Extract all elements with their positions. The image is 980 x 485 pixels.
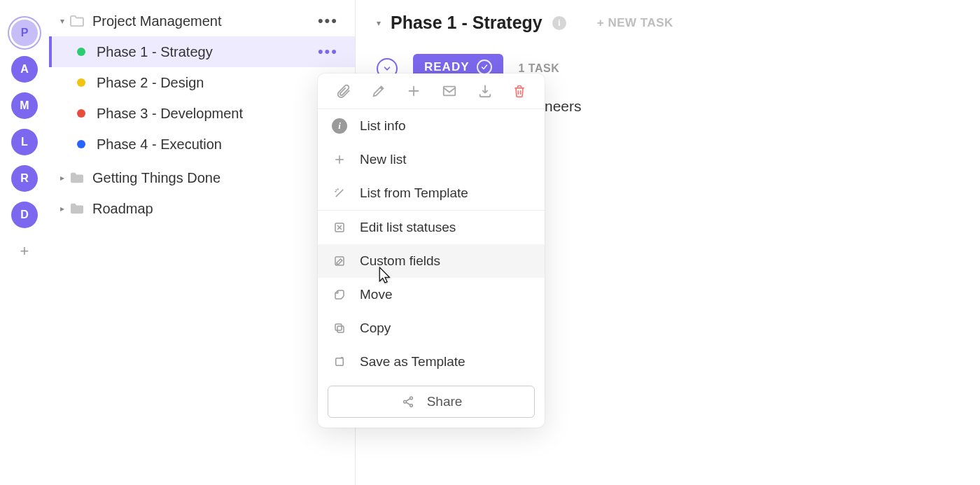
sidebar-phase-item[interactable]: Phase 1 - Strategy ••• <box>49 36 355 67</box>
copy-icon <box>332 322 347 335</box>
more-options-button[interactable]: ••• <box>315 44 341 59</box>
status-dot-icon <box>77 140 85 148</box>
task-count: 1 TASK <box>519 62 560 75</box>
attach-icon[interactable] <box>336 83 351 99</box>
context-menu-toolbar <box>318 73 545 108</box>
workspace-avatar[interactable]: M <box>11 92 38 119</box>
trash-icon[interactable] <box>512 83 526 99</box>
sidebar-phase-item[interactable]: Phase 4 - Execution <box>49 129 355 160</box>
menu-item-custom-fields[interactable]: Custom fields <box>318 244 545 278</box>
svg-rect-4 <box>335 324 342 330</box>
more-options-button[interactable]: ••• <box>315 13 341 29</box>
svg-rect-3 <box>337 326 344 332</box>
menu-item-copy[interactable]: Copy <box>318 311 545 345</box>
task-name-fragment[interactable]: neers <box>545 98 959 115</box>
phase-label: Phase 4 - Execution <box>97 136 341 153</box>
workspace-avatar[interactable]: R <box>11 165 38 192</box>
menu-item-label: Copy <box>360 321 391 336</box>
plus-icon <box>332 153 347 166</box>
new-task-button[interactable]: + NEW TASK <box>597 16 673 30</box>
add-workspace-button[interactable]: + <box>11 238 38 265</box>
menu-item-list-from-template[interactable]: List from Template <box>318 176 545 210</box>
template-icon <box>332 356 347 368</box>
folder-label: Roadmap <box>92 201 341 217</box>
chevron-right-icon: ▸ <box>56 204 69 213</box>
phase-label: Phase 3 - Development <box>97 106 341 122</box>
project-name: Project Management <box>92 13 315 29</box>
menu-item-label: Save as Template <box>360 354 465 370</box>
status-label: READY <box>424 60 470 74</box>
main-header: ▾ Phase 1 - Strategy i + NEW TASK <box>377 13 959 33</box>
menu-item-list-info[interactable]: i List info <box>318 109 545 143</box>
menu-item-new-list[interactable]: New list <box>318 143 545 176</box>
info-icon: i <box>332 118 347 134</box>
svg-rect-5 <box>336 358 344 366</box>
plus-icon[interactable] <box>406 83 421 99</box>
folder-icon <box>69 202 85 215</box>
menu-item-label: Edit list statuses <box>360 220 456 235</box>
sidebar-phase-item[interactable]: Phase 2 - Design <box>49 67 355 98</box>
folder-icon <box>69 171 85 184</box>
check-circle-icon <box>477 59 492 75</box>
menu-item-label: New list <box>360 152 407 167</box>
list-context-menu: i List info New list List from Template … <box>318 73 545 428</box>
download-icon[interactable] <box>477 83 493 99</box>
wand-icon <box>332 187 347 199</box>
menu-item-label: List from Template <box>360 185 468 201</box>
folder-icon <box>69 15 85 27</box>
mail-icon[interactable] <box>441 83 458 99</box>
workspace-avatar[interactable]: A <box>11 56 38 83</box>
chevron-down-icon[interactable]: ▾ <box>377 18 381 28</box>
sidebar-folder[interactable]: ▸ Roadmap <box>49 193 355 224</box>
workspace-avatar[interactable]: L <box>11 129 38 155</box>
share-button[interactable]: Share <box>328 386 535 418</box>
sidebar-project[interactable]: ▾ Project Management ••• <box>49 6 355 36</box>
menu-item-save-as-template[interactable]: Save as Template <box>318 345 545 379</box>
sidebar-phase-item[interactable]: Phase 3 - Development <box>49 98 355 129</box>
share-icon <box>400 395 416 408</box>
menu-item-label: Custom fields <box>360 253 440 269</box>
workspace-avatar-rail: P A M L R D + <box>0 0 49 485</box>
menu-item-label: List info <box>360 118 405 134</box>
status-dot-icon <box>77 48 85 56</box>
menu-item-edit-statuses[interactable]: Edit list statuses <box>318 211 545 244</box>
chevron-down-icon: ▾ <box>56 16 69 26</box>
status-dot-icon <box>77 78 85 87</box>
move-icon <box>332 288 347 301</box>
pencil-icon[interactable] <box>371 83 386 99</box>
workspace-avatar[interactable]: P <box>11 20 38 46</box>
chevron-right-icon: ▸ <box>56 173 69 183</box>
page-title: Phase 1 - Strategy <box>391 13 542 33</box>
compose-icon <box>332 255 347 267</box>
status-dot-icon <box>77 109 85 118</box>
menu-item-move[interactable]: Move <box>318 278 545 311</box>
statuses-icon <box>332 221 347 234</box>
phase-label: Phase 2 - Design <box>97 75 341 91</box>
menu-item-label: Move <box>360 287 392 302</box>
phase-label: Phase 1 - Strategy <box>97 44 315 60</box>
folder-label: Getting Things Done <box>92 170 341 186</box>
sidebar: ▾ Project Management ••• Phase 1 - Strat… <box>49 0 356 485</box>
share-label: Share <box>427 394 463 409</box>
workspace-avatar[interactable]: D <box>11 202 38 228</box>
info-icon[interactable]: i <box>552 16 566 30</box>
svg-rect-0 <box>444 87 456 96</box>
sidebar-folder[interactable]: ▸ Getting Things Done <box>49 162 355 193</box>
